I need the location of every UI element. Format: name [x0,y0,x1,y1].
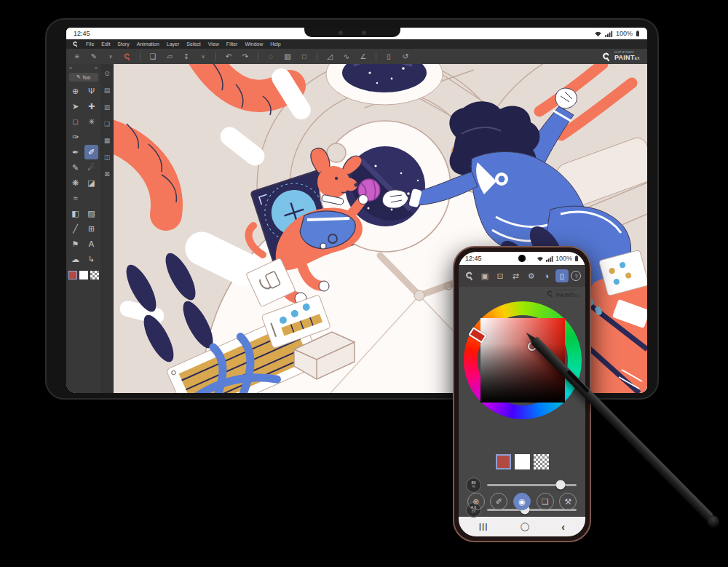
camera-dot [362,31,366,35]
redo-icon[interactable]: ↷ [240,52,250,62]
object-tool-icon[interactable]: ➤ [68,99,82,114]
move-tool-icon[interactable]: ✚ [84,99,98,114]
pen-tool-icon[interactable]: ✒ [68,145,82,159]
menu-layer[interactable]: Layer [167,41,180,47]
deselect-icon[interactable]: ▧ [282,52,293,62]
palette-icon[interactable]: ◑ [540,269,553,282]
back-button[interactable]: ‹ [561,521,565,533]
airbrush-tool-icon[interactable]: ☄ [84,160,98,175]
menu-select[interactable]: Select [186,41,200,47]
marquee-tool-icon[interactable]: □ [68,114,82,129]
pencil-tool-icon[interactable]: ✎ [68,160,82,175]
tool-tab[interactable]: ✎ Too [69,73,98,82]
menu-filter[interactable]: Filter [226,41,238,47]
save-icon[interactable]: ↧ [181,52,191,62]
reset-display-icon[interactable]: ↺ [400,52,411,62]
workspace-icon[interactable]: ✎ [89,52,99,62]
wrench-icon[interactable]: ⚒ [559,493,577,510]
opacity-slider-thumb[interactable] [555,480,565,490]
recents-button[interactable]: ||| [479,523,488,531]
color-wheel-icon[interactable]: ◉ [513,493,531,510]
hue-color-wheel[interactable] [464,301,582,419]
brush-tool-icon-selected[interactable]: ✐ [84,145,98,159]
chevron-down-icon[interactable]: ∨ [106,52,116,62]
hand-tool-icon[interactable]: Ψ [84,84,98,98]
menu-edit[interactable]: Edit [101,41,110,47]
sub-color-swatch[interactable] [79,271,88,279]
paint-ex-brand: CLIP STUDIO PAINTEX [546,290,579,298]
eyedropper-tool-icon[interactable]: ✑ [68,130,82,144]
clip-studio-icon[interactable] [463,269,476,282]
opacity-unit: % [472,485,475,488]
snap-ruler-icon[interactable]: ◿ [325,52,335,62]
clip-studio-logo-icon[interactable] [72,41,79,47]
flow-tool-icon[interactable]: ↳ [84,252,98,266]
menu-window[interactable]: Window [245,41,263,47]
pen-icon[interactable]: ✐ [490,493,507,510]
sub-tool-panel-icon[interactable]: ▥ [104,103,111,111]
collapse-right-icon[interactable]: » [95,66,98,71]
blend-tool-icon[interactable]: ≈ [68,191,82,205]
sub-color-swatch[interactable] [515,454,530,469]
opacity-slider[interactable] [487,484,577,486]
phone-status-bar: 12:45 100% [459,252,585,265]
sync-swap-icon[interactable]: ⇄ [509,269,522,282]
text-tool-icon[interactable]: A [84,237,98,251]
wifi-icon [537,255,544,262]
figure-tool-icon[interactable]: ╱ [68,221,82,236]
undo-icon[interactable]: ↶ [223,52,234,62]
menu-help[interactable]: Help [270,41,280,47]
gradient-tool-icon[interactable]: ▨ [84,206,98,221]
settings-gear-icon[interactable]: ⚙ [525,269,538,282]
brush-size-panel-icon[interactable]: ❏ [104,120,110,127]
clip-studio-app-icon[interactable] [122,52,132,62]
phone-bottom-toolbar: ⊕ ✐ ◉ ❏ ⚒ [459,489,585,514]
zoom-tool-icon[interactable]: ⊕ [68,84,82,98]
snap-angle-icon[interactable]: ∠ [358,52,368,62]
save-chevron-icon[interactable]: ∨ [198,52,208,62]
transparent-color-swatch[interactable] [90,271,99,279]
camera-dot [339,31,343,35]
balloon-tool-icon[interactable]: ☁ [68,252,82,266]
paste-image-icon[interactable]: ⊡ [494,269,507,282]
frame-border-tool-icon[interactable]: ⊞ [84,221,98,236]
color-set-panel-icon[interactable]: ▦ [104,137,111,144]
home-button[interactable]: ◯ [521,522,529,531]
tablet-menu-bar: File Edit Story Animation Layer Select V… [66,39,647,49]
save-layers-icon[interactable]: ❏ [537,493,554,510]
divider [258,52,258,61]
new-canvas-icon[interactable]: ❑ [148,52,158,62]
layer-panel-icon[interactable]: ◫ [104,154,111,161]
signal-icon [605,31,613,37]
phone-screen: 12:45 100% ▣ ⊡ ⇄ ⚙ ◑ ▯ ? CLIP STUDIO [459,252,585,536]
menu-file[interactable]: File [86,41,94,47]
companion-device-icon[interactable]: ▯ [555,269,569,282]
select-area-icon[interactable]: ◌ [266,52,276,62]
menu-animation[interactable]: Animation [137,41,159,47]
fill-tool-icon[interactable]: ◧ [68,206,82,221]
navigator-panel-icon[interactable]: ⊙ [104,70,110,77]
collapse-left-icon[interactable]: « [69,66,72,71]
zoom-icon[interactable]: ⊕ [467,493,485,510]
transparent-color-swatch[interactable] [534,454,549,469]
menu-view[interactable]: View [208,41,219,47]
eraser-tool-icon[interactable]: ◪ [84,175,98,190]
punch-hole-camera [518,255,526,262]
snap-curve-icon[interactable]: ∿ [341,52,352,62]
main-color-swatch[interactable] [496,454,511,469]
help-icon[interactable]: ? [571,271,581,281]
divider [317,52,317,61]
main-menu-icon[interactable]: ≡ [72,52,82,62]
select-layer-icon[interactable]: □ [299,52,309,62]
menu-story[interactable]: Story [117,41,129,47]
companion-mode-icon[interactable]: ▯ [384,52,394,62]
open-file-icon[interactable]: ▱ [165,52,175,62]
pencil-icon: ✎ [76,74,81,80]
flag-tool-icon[interactable]: ⚑ [68,237,82,251]
main-color-swatch[interactable] [68,271,77,279]
decoration-tool-icon[interactable]: ❋ [68,175,82,190]
auto-select-tool-icon[interactable]: ✳ [84,114,98,129]
quick-access-panel-icon[interactable]: ▤ [104,87,111,94]
material-panel-icon[interactable]: ⊠ [104,170,110,178]
camera-icon[interactable]: ▣ [478,269,491,282]
